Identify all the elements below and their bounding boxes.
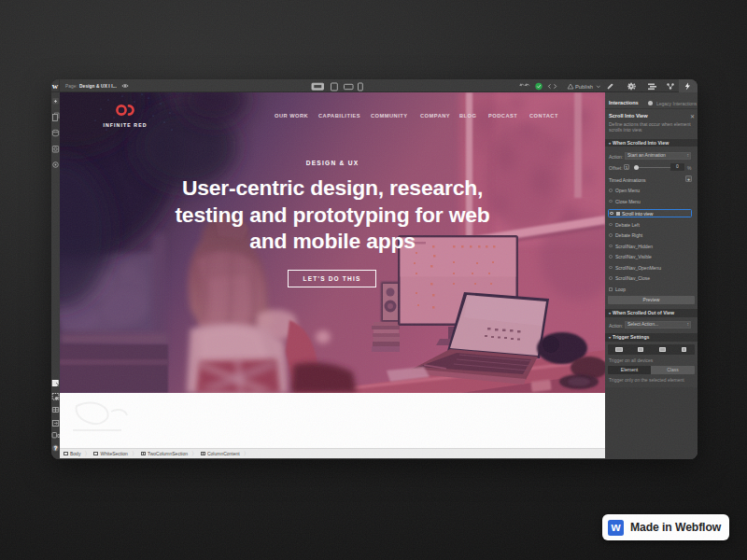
- svg-text:Publish: Publish: [575, 84, 593, 90]
- svg-text:?: ?: [54, 445, 57, 451]
